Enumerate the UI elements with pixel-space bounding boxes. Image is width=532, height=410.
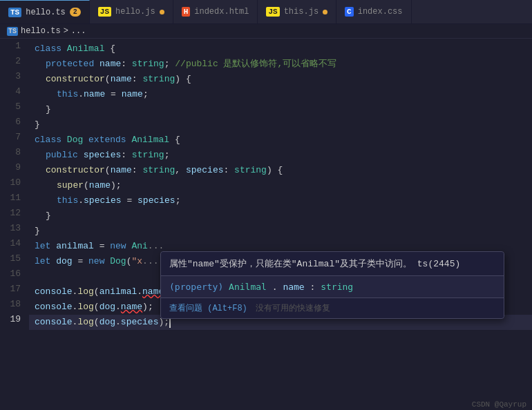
tab-this-js-label: this.js — [284, 7, 319, 17]
watermark: CSDN @Qayrup — [466, 399, 532, 410]
editor: 1 2 3 4 5 6 7 8 9 10 11 12 13 14 15 16 1… — [0, 39, 532, 408]
ln-15: 15 — [0, 251, 29, 266]
tab-hello-ts[interactable]: TS hello.ts 2 — [0, 0, 90, 23]
tab-hello-js[interactable]: JS hello.js — [90, 0, 173, 23]
code-line-13: } — [29, 224, 532, 239]
tab-indedx-html[interactable]: H indedx.html — [173, 0, 258, 23]
ln-2: 2 — [0, 54, 29, 69]
breadcrumb-ts-icon: TS — [7, 27, 18, 36]
ln-12: 12 — [0, 206, 29, 221]
breadcrumb: TS hello.ts > ... — [0, 24, 532, 39]
ts-icon: TS — [8, 8, 21, 17]
breadcrumb-file: hello.ts — [21, 26, 61, 36]
breadcrumb-sep: > — [64, 26, 68, 36]
ln-10: 10 — [0, 175, 29, 191]
line-numbers: 1 2 3 4 5 6 7 8 9 10 11 12 13 14 15 16 1… — [0, 39, 29, 408]
ln-14: 14 — [0, 236, 29, 251]
ln-7: 7 — [0, 130, 29, 145]
ln-13: 13 — [0, 221, 29, 236]
tooltip-popup: 属性"name"受保护，只能在类"Anilmal"及其子类中访问。 ts(244… — [160, 251, 504, 319]
code-line-7: class Dog extends Anilmal { — [29, 133, 532, 148]
code-line-9: constructor(name: string, species: strin… — [29, 163, 532, 178]
code-line-6: } — [29, 117, 532, 133]
tab-hello-js-dot — [160, 10, 164, 14]
ln-3: 3 — [0, 69, 29, 84]
code-line-4: this.name = name; — [29, 87, 532, 102]
ln-5: 5 — [0, 99, 29, 115]
squiggly-name-18: name — [121, 300, 142, 315]
tab-hello-ts-badge: 2 — [70, 8, 81, 17]
tab-index-css-label: index.css — [358, 7, 403, 17]
tab-hello-js-label: hello.js — [115, 7, 155, 17]
ln-4: 4 — [0, 84, 29, 99]
code-line-2: protected name: string; //public 是默认修饰符,… — [29, 57, 532, 72]
tooltip-actions: 查看问题 (Alt+F8) 没有可用的快速修复 — [161, 297, 504, 318]
tab-hello-ts-label: hello.ts — [26, 8, 66, 17]
code-line-3: constructor(name: string) { — [29, 72, 532, 87]
ln-8: 8 — [0, 145, 29, 160]
js-icon-1: JS — [98, 7, 111, 17]
code-area[interactable]: class Anilmal { protected name: string; … — [29, 39, 532, 408]
tooltip-signature: (property) Anilmal . name : string — [161, 276, 504, 297]
code-line-10: super(name); — [29, 178, 532, 193]
view-problem-action[interactable]: 查看问题 (Alt+F8) — [169, 302, 247, 314]
ln-11: 11 — [0, 191, 29, 206]
tab-bar: TS hello.ts 2 JS hello.js H indedx.html … — [0, 0, 532, 24]
tab-this-js-dot — [323, 10, 327, 14]
tab-indedx-html-label: indedx.html — [194, 7, 249, 17]
breadcrumb-rest: ... — [71, 26, 86, 36]
tooltip-title: 属性"name"受保护，只能在类"Anilmal"及其子类中访问。 ts(244… — [161, 252, 504, 276]
code-line-8: public species: string; — [29, 148, 532, 163]
code-line-1: class Anilmal { — [29, 41, 532, 57]
code-line-5: } — [29, 102, 532, 117]
html-icon: H — [182, 7, 191, 17]
code-line-11: this.species = species; — [29, 193, 532, 208]
ln-18: 18 — [0, 297, 29, 312]
tab-this-js[interactable]: JS this.js — [258, 0, 336, 23]
ln-9: 9 — [0, 160, 29, 175]
css-icon: C — [345, 7, 354, 17]
ln-6: 6 — [0, 115, 29, 130]
js-icon-2: JS — [266, 7, 279, 17]
code-line-12: } — [29, 208, 532, 224]
ln-19: 19 — [0, 312, 29, 327]
ln-16: 16 — [0, 266, 29, 282]
tab-index-css[interactable]: C index.css — [336, 0, 411, 23]
ln-1: 1 — [0, 39, 29, 54]
ln-17: 17 — [0, 282, 29, 297]
